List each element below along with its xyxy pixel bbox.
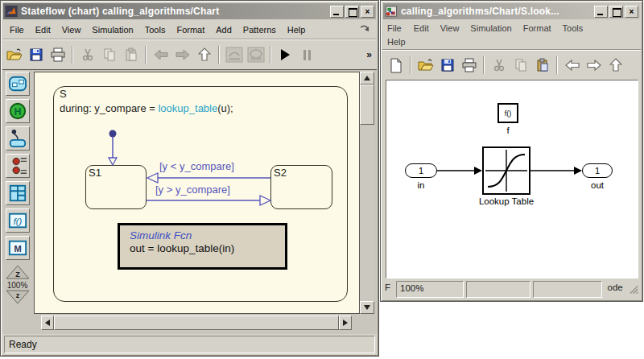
menu-file[interactable]: File [4, 22, 30, 39]
menu-help[interactable]: Help [387, 34, 412, 51]
close-button[interactable]: × [361, 6, 374, 18]
connective-junction-button[interactable] [6, 154, 30, 178]
simulink-window: calling_algorithms/Chart/S.look... × Fil… [380, 0, 643, 302]
up-to-parent-button[interactable] [605, 56, 625, 76]
vertical-scrollbar[interactable] [360, 72, 374, 314]
scroll-up-icon [364, 76, 370, 80]
close-button[interactable]: × [625, 6, 638, 18]
truth-table-button[interactable] [6, 181, 30, 205]
open-button[interactable] [4, 45, 24, 65]
horizontal-scrollbar[interactable] [41, 316, 352, 330]
transition-label-lower[interactable]: [y > y_compare] [155, 184, 230, 196]
vertical-scroll-thumb[interactable] [360, 85, 374, 125]
zoom-out-button[interactable]: z [6, 290, 30, 304]
forward-button[interactable] [584, 56, 604, 76]
toolbar-separator [483, 56, 485, 74]
svg-text:f(): f() [13, 217, 22, 226]
stateflow-statusbar: Ready [4, 336, 375, 353]
paste-button-disabled[interactable] [121, 45, 141, 65]
up-to-parent-button[interactable] [194, 45, 214, 65]
back-button[interactable] [562, 56, 582, 76]
new-model-button[interactable] [386, 56, 406, 76]
horizontal-scroll-thumb[interactable] [54, 316, 339, 330]
graphical-function-button[interactable]: f() [6, 208, 30, 233]
menu-format[interactable]: Format [171, 22, 210, 39]
simulink-function-signature: out = lookup_table(in) [130, 242, 285, 254]
menu-patterns[interactable]: Patterns [237, 22, 282, 39]
menu-view[interactable]: View [56, 22, 87, 39]
copy-icon [102, 47, 117, 62]
forward-button-disabled[interactable] [172, 45, 192, 65]
menu-help[interactable]: Help [282, 22, 312, 39]
save-button[interactable] [26, 45, 46, 65]
open-folder-icon [6, 47, 23, 62]
simulink-statusbar: F 100% ode [383, 280, 640, 299]
scroll-right-button[interactable] [339, 316, 352, 330]
copy-button-disabled[interactable] [99, 45, 119, 65]
svg-text:H: H [14, 106, 21, 118]
play-icon [281, 49, 290, 60]
resize-grip-icon[interactable] [629, 281, 639, 295]
menu-simulation[interactable]: Simulation [86, 22, 138, 39]
scroll-left-button[interactable] [41, 316, 54, 330]
chart-canvas[interactable]: S during: y_compare = lookup_table(u); S… [34, 72, 360, 314]
minimize-button[interactable] [330, 6, 344, 18]
copy-button-disabled[interactable] [510, 56, 530, 76]
paste-button[interactable] [532, 56, 552, 76]
pattern-button-2-disabled[interactable] [246, 45, 266, 65]
svg-text:z: z [15, 291, 19, 299]
history-junction-icon: H [8, 101, 27, 121]
new-document-icon [390, 58, 402, 73]
start-simulation-button[interactable] [275, 45, 295, 65]
menu-tools[interactable]: Tools [139, 22, 171, 39]
simulink-function-box[interactable]: Simulink Fcn out = lookup_table(in) [118, 223, 287, 270]
stateflow-titlebar[interactable]: Stateflow (chart) calling_algorithms/Cha… [3, 3, 376, 19]
svg-text:M: M [14, 244, 21, 254]
scissors-icon [493, 58, 506, 72]
print-button[interactable] [47, 45, 68, 65]
paste-icon [535, 58, 550, 72]
scroll-up-button[interactable] [360, 72, 374, 85]
menubar-divider [382, 49, 641, 51]
printer-icon [50, 47, 66, 62]
status-zoom: 100% [396, 281, 464, 298]
minimize-button[interactable] [594, 6, 608, 18]
simulink-menubar-row1: File Edit View Simulation Format Tools [387, 21, 639, 35]
maximize-button[interactable] [609, 6, 623, 18]
pause-button-disabled[interactable] [297, 45, 317, 65]
history-junction-button[interactable]: H [6, 99, 30, 123]
menu-add[interactable]: Add [210, 22, 237, 39]
state-icon [8, 75, 27, 93]
toolbar-overflow-chevron[interactable]: » [366, 49, 375, 60]
back-button-disabled[interactable] [151, 45, 171, 65]
cut-button-disabled[interactable] [77, 45, 97, 65]
open-button[interactable] [415, 56, 436, 76]
scroll-down-button[interactable] [360, 301, 374, 314]
default-transition-dot[interactable] [109, 130, 117, 138]
print-button[interactable] [459, 56, 479, 76]
matlab-function-button[interactable]: M [6, 236, 30, 260]
pattern-chart-icon [247, 47, 265, 63]
scroll-left-icon [45, 320, 50, 326]
toolbar-separator [72, 46, 73, 64]
default-transition-button[interactable] [6, 126, 30, 151]
model-canvas[interactable]: f() f 1 in Lookup Table 1 out [386, 80, 638, 279]
printer-icon [461, 58, 477, 72]
cut-button-disabled[interactable] [489, 56, 509, 76]
dock-arrow-icon[interactable] [359, 25, 370, 35]
state-tool-button[interactable] [6, 72, 30, 96]
menu-edit[interactable]: Edit [30, 22, 56, 39]
zoom-in-button[interactable]: Z [6, 265, 30, 279]
default-transition-icon [8, 129, 27, 148]
save-button[interactable] [437, 56, 457, 76]
pattern-button-1-disabled[interactable] [224, 45, 244, 65]
maximize-button[interactable] [345, 6, 359, 18]
default-transition-arrowhead [109, 158, 117, 165]
stateflow-client-area: H [2, 69, 377, 334]
transition-label-upper[interactable]: [y < y_compare] [159, 160, 234, 172]
toolbar-separator [270, 46, 271, 64]
matlab-function-icon: M [8, 238, 27, 258]
simulink-menubar-row2: Help [387, 35, 639, 49]
toolbar-separator [218, 46, 220, 64]
simulink-titlebar[interactable]: calling_algorithms/Chart/S.look... × [383, 3, 640, 19]
